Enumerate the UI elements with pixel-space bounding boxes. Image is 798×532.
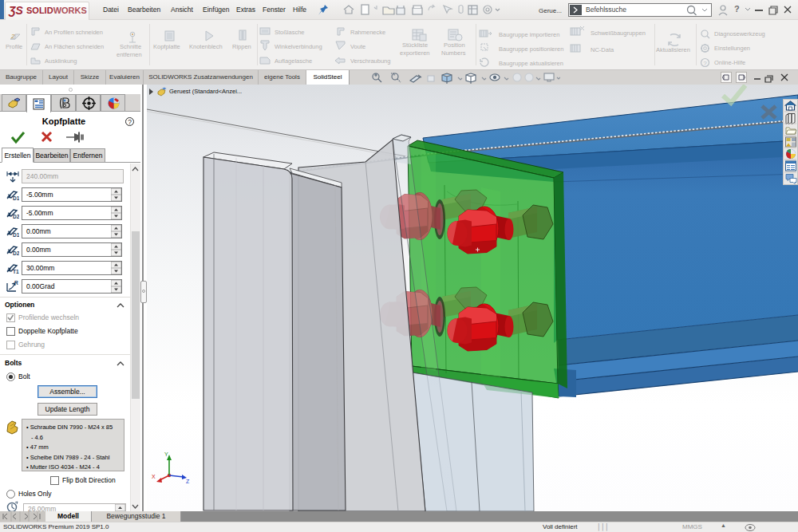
svg-text:Z: Z (186, 479, 190, 484)
svg-text:Geruest (Standard<Anzei...: Geruest (Standard<Anzei... (169, 88, 242, 95)
svg-text:X: X (152, 474, 156, 479)
svg-text:R: R (14, 280, 18, 286)
svg-text:SOLIDWORKS: SOLIDWORKS (26, 6, 87, 15)
svg-text:ƷS: ƷS (8, 4, 24, 17)
svg-text:?: ? (703, 60, 707, 67)
svg-text:D2: D2 (13, 214, 19, 219)
svg-text:D2: D2 (13, 250, 19, 256)
svg-text:Gerue...: Gerue... (539, 7, 562, 14)
svg-text:2: 2 (10, 33, 15, 40)
svg-text:T1: T1 (13, 269, 19, 274)
svg-text:D1: D1 (13, 232, 19, 238)
svg-text:Y: Y (164, 451, 168, 457)
svg-text:D1: D1 (13, 195, 19, 201)
